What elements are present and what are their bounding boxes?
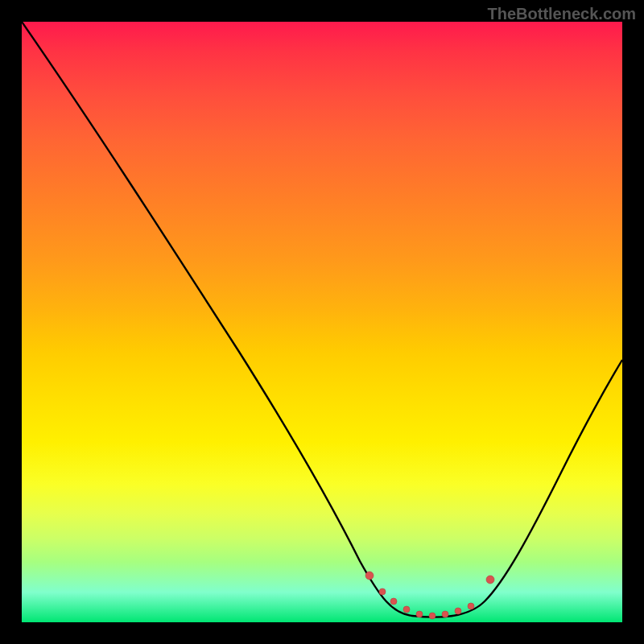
marker-dot (468, 603, 474, 609)
bottleneck-curve-line (22, 22, 622, 617)
plot-area (22, 22, 622, 622)
marker-dot (429, 613, 436, 619)
markers-group (365, 572, 494, 619)
watermark-text: TheBottleneck.com (488, 5, 636, 23)
marker-dot (442, 611, 448, 617)
marker-dot (365, 572, 374, 580)
marker-dot (416, 611, 423, 617)
marker-dot (379, 588, 386, 595)
curve-layer (22, 22, 622, 622)
marker-dot (403, 606, 410, 613)
marker-dot (390, 598, 397, 605)
marker-dot (486, 576, 494, 584)
marker-dot (455, 608, 461, 614)
chart-container: TheBottleneck.com (0, 0, 644, 644)
